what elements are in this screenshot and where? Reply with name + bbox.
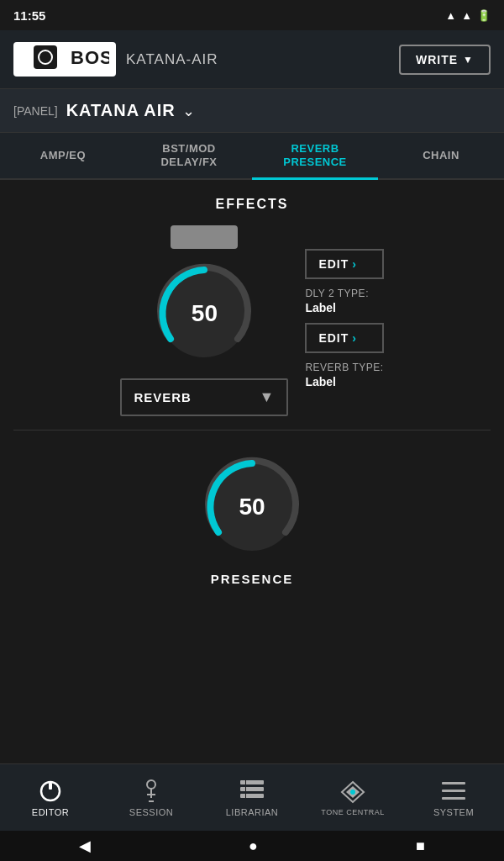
write-button[interactable]: WRITE ▼ [399,45,491,75]
nav-tone-central[interactable]: TONE CENTRAL [302,779,403,816]
nav-tone-central-label: TONE CENTRAL [321,808,384,816]
svg-text:BOSS: BOSS [71,47,109,68]
edit-button-reverb[interactable]: EDIT › [305,323,383,353]
svg-rect-20 [442,782,465,784]
presence-label: PRESENCE [211,572,294,586]
svg-point-7 [147,780,155,789]
back-button[interactable]: ◀ [79,837,91,855]
dly2-type-group: DLY 2 TYPE: Label [305,288,383,314]
presence-knob[interactable]: 50 [197,452,307,562]
panel-dropdown-arrow[interactable]: ⌄ [182,102,195,120]
effects-title: EFFECTS [216,197,289,212]
svg-rect-13 [240,794,264,798]
app-title: KATANA-AIR [126,51,218,68]
edit-controls: EDIT › DLY 2 TYPE: Label EDIT › REVERB T… [305,249,383,388]
bottom-nav: EDITOR SESSION LIBRARIAN [0,763,504,831]
home-button[interactable]: ● [249,837,258,855]
reverb-knob[interactable]: 50 [150,259,259,368]
section-divider [13,430,491,430]
reverb-controls: 50 REVERB ▼ EDIT › DLY 2 TYPE: Label [13,225,491,416]
panel-label: [PANEL] [13,104,58,118]
edit-button-dly2[interactable]: EDIT › [305,249,383,279]
svg-rect-11 [240,780,264,784]
tab-reverb-presence[interactable]: REVERBPRESENCE [252,133,378,178]
tab-amp-eq[interactable]: AMP/EQ [0,133,126,178]
nav-session[interactable]: SESSION [101,779,202,817]
write-dropdown-arrow: ▼ [463,54,474,66]
nav-librarian-label: LIBRARIAN [226,807,279,817]
reverb-dropdown[interactable]: REVERB ▼ [120,378,288,416]
svg-rect-21 [442,790,465,792]
nav-system-label: SYSTEM [433,807,474,817]
svg-rect-15 [245,787,246,791]
status-icons: ▲ ▲ 🔋 [445,9,491,22]
header-left: BOSS KATANA-AIR [13,42,218,77]
reverb-dropdown-arrow: ▼ [260,388,276,406]
reverb-type-title: REVERB TYPE: [305,362,383,373]
reverb-type-value: Label [305,375,383,388]
dly2-type-value: Label [305,301,383,314]
tab-bst-mod[interactable]: BST/MODDELAY/FX [126,133,252,178]
presence-knob-value: 50 [239,494,265,520]
panel-bar: [PANEL] KATANA AIR ⌄ [0,89,504,133]
tab-chain[interactable]: CHAIN [378,133,504,178]
wifi-icon: ▲ [445,9,456,22]
battery-icon: 🔋 [477,9,491,22]
panel-name: KATANA AIR [66,101,176,120]
reverb-knob-container: 50 REVERB ▼ [120,225,288,416]
svg-rect-6 [49,783,52,790]
reverb-knob-value: 50 [192,300,218,327]
header: BOSS KATANA-AIR WRITE ▼ [0,30,504,89]
reverb-toggle[interactable] [171,225,238,249]
svg-rect-12 [240,787,264,791]
svg-point-19 [350,790,355,795]
main-content: EFFECTS 50 [0,180,504,763]
nav-editor-label: EDITOR [32,807,69,817]
status-time: 11:55 [13,8,45,23]
tone-central-icon [340,779,365,805]
reverb-type-group: REVERB TYPE: Label [305,362,383,388]
nav-session-label: SESSION [129,807,173,817]
svg-rect-16 [245,794,246,798]
svg-rect-22 [442,797,465,800]
edit-arrow-2: › [352,331,357,345]
nav-system[interactable]: SYSTEM [403,779,504,817]
effects-section: EFFECTS 50 [13,197,491,586]
editor-icon [38,779,63,804]
nav-librarian[interactable]: LIBRARIAN [202,779,302,817]
system-icon [441,779,466,804]
android-nav: ◀ ● ■ [0,831,504,861]
recents-button[interactable]: ■ [416,837,425,855]
boss-logo-text: BOSS [34,45,109,73]
presence-section: 50 PRESENCE [197,452,307,586]
dly2-type-title: DLY 2 TYPE: [305,288,383,299]
svg-rect-14 [245,780,246,784]
tabs: AMP/EQ BST/MODDELAY/FX REVERBPRESENCE CH… [0,133,504,180]
edit-arrow-1: › [352,257,357,271]
svg-rect-0 [34,45,57,69]
session-icon [139,779,164,804]
librarian-icon [239,779,265,804]
status-bar: 11:55 ▲ ▲ 🔋 [0,0,504,30]
signal-icon: ▲ [461,9,472,22]
nav-editor[interactable]: EDITOR [0,779,101,817]
boss-logo: BOSS [13,42,116,77]
